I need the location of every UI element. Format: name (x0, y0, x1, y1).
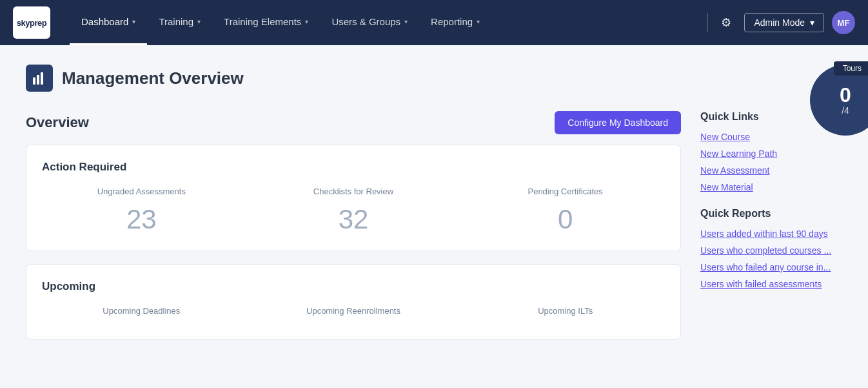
svg-rect-1 (37, 75, 39, 85)
logo-text: skyprep (17, 18, 46, 28)
nav-label: Training Elements (224, 16, 301, 27)
quick-reports-title: Quick Reports (700, 208, 842, 220)
quick-report-link[interactable]: Users who completed courses ... (700, 245, 842, 256)
main-panel: Overview Configure My Dashboard Action R… (26, 111, 681, 352)
chevron-down-icon: ▾ (810, 17, 814, 28)
nav-item-training[interactable]: Training▾ (147, 0, 212, 45)
nav-item-users-groups[interactable]: Users & Groups▾ (320, 0, 419, 45)
chevron-down-icon: ▾ (477, 18, 480, 25)
svg-rect-0 (33, 77, 35, 85)
page-title: Management Overview (62, 68, 244, 88)
stat-column: Upcoming Deadlines (42, 306, 241, 323)
nav-label: Reporting (431, 16, 473, 27)
nav-item-training-elements[interactable]: Training Elements▾ (212, 0, 320, 45)
stat-label: Upcoming Deadlines (42, 306, 241, 316)
stat-label: Ungraded Assessments (42, 187, 241, 196)
stat-column: Checklists for Review 32 (254, 187, 453, 235)
nav-divider (707, 13, 708, 32)
quick-reports-list: Users added within last 90 daysUsers who… (700, 229, 842, 289)
nav-right: ⚙ Admin Mode ▾ MF (707, 10, 855, 35)
nav-item-reporting[interactable]: Reporting▾ (419, 0, 491, 45)
chevron-down-icon: ▾ (404, 18, 408, 25)
nav-label: Dashboard (81, 16, 128, 27)
nav-item-dashboard[interactable]: Dashboard▾ (70, 0, 147, 45)
avatar-initials: MF (838, 18, 850, 28)
quick-link[interactable]: New Course (700, 132, 842, 142)
quick-link[interactable]: New Material (700, 182, 842, 192)
stat-value: 32 (254, 204, 453, 235)
quick-link[interactable]: New Assessment (700, 165, 842, 176)
stat-column: Ungraded Assessments 23 (42, 187, 241, 235)
chevron-down-icon: ▾ (305, 18, 308, 25)
nav-items: Dashboard▾Training▾Training Elements▾Use… (70, 0, 707, 45)
stat-column: Upcoming ILTs (466, 306, 665, 323)
stat-value: 0 (466, 204, 665, 235)
quick-report-link[interactable]: Users with failed assessments (700, 279, 842, 289)
admin-mode-label: Admin Mode (754, 17, 805, 28)
tours-total: /4 (842, 105, 849, 116)
stat-label: Upcoming Reenrollments (254, 306, 453, 316)
chevron-down-icon: ▾ (197, 18, 201, 25)
nav-label: Users & Groups (331, 16, 400, 27)
quick-report-link[interactable]: Users who failed any course in... (700, 262, 842, 272)
top-navigation: skyprep Dashboard▾Training▾Training Elem… (0, 0, 868, 45)
tours-label[interactable]: Tours (834, 61, 868, 76)
management-overview-icon (26, 65, 53, 92)
overview-header: Overview Configure My Dashboard (26, 111, 681, 134)
stat-label: Pending Certificates (466, 187, 665, 196)
action-required-title: Action Required (42, 161, 665, 174)
quick-reports-section: Quick Reports Users added within last 90… (700, 208, 842, 289)
stat-value: 23 (42, 204, 241, 235)
overview-title: Overview (26, 114, 89, 131)
stat-column: Pending Certificates 0 (466, 187, 665, 235)
nav-label: Training (159, 16, 193, 27)
stat-label: Checklists for Review (254, 187, 453, 196)
content-area: Overview Configure My Dashboard Action R… (26, 111, 842, 352)
action-required-card: Action Required Ungraded Assessments 23 … (26, 145, 681, 251)
logo[interactable]: skyprep (13, 6, 50, 39)
admin-mode-button[interactable]: Admin Mode ▾ (744, 13, 824, 32)
stat-label: Upcoming ILTs (466, 306, 665, 316)
upcoming-card: Upcoming Upcoming Deadlines Upcoming Ree… (26, 264, 681, 340)
avatar[interactable]: MF (832, 11, 855, 34)
quick-links-list: New CourseNew Learning PathNew Assessmen… (700, 132, 842, 192)
right-sidebar: Quick Links New CourseNew Learning PathN… (700, 111, 842, 352)
svg-rect-2 (41, 72, 43, 85)
gear-icon[interactable]: ⚙ (716, 10, 736, 35)
tours-current: 0 (840, 85, 851, 105)
stat-column: Upcoming Reenrollments (254, 306, 453, 323)
upcoming-title: Upcoming (42, 280, 665, 293)
action-required-stats: Ungraded Assessments 23 Checklists for R… (42, 187, 665, 235)
page-header: Management Overview (26, 65, 842, 92)
main-content: Management Overview Overview Configure M… (0, 45, 868, 372)
configure-dashboard-button[interactable]: Configure My Dashboard (555, 111, 681, 134)
upcoming-stats: Upcoming Deadlines Upcoming Reenrollment… (42, 306, 665, 323)
quick-report-link[interactable]: Users added within last 90 days (700, 229, 842, 239)
chevron-down-icon: ▾ (132, 18, 135, 25)
quick-link[interactable]: New Learning Path (700, 148, 842, 159)
